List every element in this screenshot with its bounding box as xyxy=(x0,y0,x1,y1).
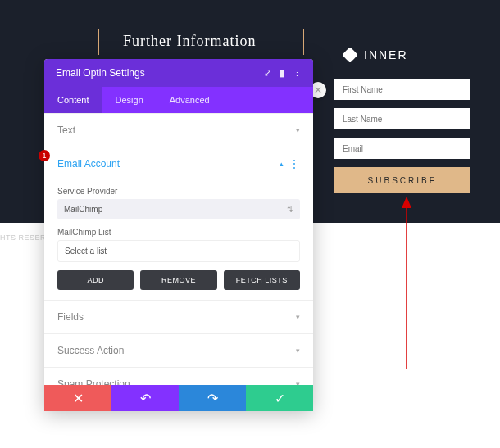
section-success-action[interactable]: Success Action ▾ xyxy=(44,333,313,367)
decoration-line-right xyxy=(303,29,304,55)
select-value: Select a list xyxy=(65,247,107,256)
add-button[interactable]: ADD xyxy=(57,270,134,290)
section-label: Email Account xyxy=(57,158,120,170)
optin-form: SUBSCRIBE xyxy=(334,79,470,193)
email-optin-settings-modal: Email Optin Settings ⤢ ▮ ⋮ Content Desig… xyxy=(44,59,313,411)
tab-advanced[interactable]: Advanced xyxy=(157,87,223,113)
section-email-account[interactable]: Email Account ▴ ⋮ xyxy=(44,147,313,180)
undo-button[interactable]: ↶ xyxy=(111,385,179,411)
service-provider-select[interactable]: MailChimp ⇅ xyxy=(57,199,300,219)
snap-icon[interactable]: ▮ xyxy=(280,68,284,79)
page-heading: Further Information xyxy=(123,33,256,50)
tab-design[interactable]: Design xyxy=(102,87,157,113)
subscribe-button[interactable]: SUBSCRIBE xyxy=(334,167,470,193)
first-name-input[interactable] xyxy=(334,79,470,100)
close-icon: ✕ xyxy=(314,84,322,96)
close-icon: ✕ xyxy=(73,391,84,406)
select-arrows-icon: ⇅ xyxy=(287,206,293,214)
select-value: MailChimp xyxy=(64,205,102,214)
list-action-buttons: ADD REMOVE FETCH LISTS xyxy=(57,270,300,290)
redo-icon: ↷ xyxy=(207,391,218,406)
service-provider-label: Service Provider xyxy=(57,187,300,196)
chevron-down-icon: ▾ xyxy=(296,313,300,321)
modal-header[interactable]: Email Optin Settings ⤢ ▮ ⋮ xyxy=(44,59,313,87)
brand-label: INNER xyxy=(364,48,408,61)
save-button[interactable]: ✓ xyxy=(246,385,313,411)
redo-button[interactable]: ↷ xyxy=(179,385,246,411)
tab-content[interactable]: Content xyxy=(44,87,102,113)
email-input[interactable] xyxy=(334,138,470,159)
mailchimp-list-label: MailChimp List xyxy=(57,228,300,237)
section-fields[interactable]: Fields ▾ xyxy=(44,300,313,333)
decoration-line-left xyxy=(98,29,99,55)
section-spam-protection[interactable]: Spam Protection ▾ xyxy=(44,367,313,385)
expand-icon[interactable]: ⤢ xyxy=(264,68,271,79)
remove-button[interactable]: REMOVE xyxy=(140,270,216,290)
chevron-down-icon: ▾ xyxy=(296,126,300,134)
section-label: Spam Protection xyxy=(57,378,130,385)
chevron-down-icon: ▾ xyxy=(296,346,300,355)
callout-badge-1: 1 xyxy=(39,150,50,161)
fetch-lists-button[interactable]: FETCH LISTS xyxy=(224,270,300,290)
section-label: Fields xyxy=(57,311,84,323)
mailchimp-list-select[interactable]: Select a list xyxy=(57,240,300,262)
section-label: Text xyxy=(57,124,75,136)
check-icon: ✓ xyxy=(275,391,285,406)
modal-title: Email Optin Settings xyxy=(56,67,145,79)
modal-footer: ✕ ↶ ↷ ✓ xyxy=(44,385,313,411)
brand-inner: INNER xyxy=(343,48,408,62)
section-label: Success Action xyxy=(57,345,124,356)
cancel-button[interactable]: ✕ xyxy=(44,385,111,411)
section-text[interactable]: Text ▾ xyxy=(44,113,313,147)
chevron-up-icon: ▴ xyxy=(280,160,284,168)
menu-dots-icon[interactable]: ⋮ xyxy=(293,68,302,79)
diamond-icon xyxy=(343,48,357,62)
section-menu-icon[interactable]: ⋮ xyxy=(289,158,300,170)
modal-tabs: Content Design Advanced xyxy=(44,87,313,113)
svg-marker-5 xyxy=(402,197,411,208)
modal-body: Text ▾ Email Account ▴ ⋮ Service Provide… xyxy=(44,113,313,385)
undo-icon: ↶ xyxy=(140,391,151,406)
modal-header-actions: ⤢ ▮ ⋮ xyxy=(264,68,302,79)
last-name-input[interactable] xyxy=(334,108,470,129)
annotation-arrow-icon xyxy=(402,197,411,369)
email-account-content: Service Provider MailChimp ⇅ MailChimp L… xyxy=(44,180,313,300)
